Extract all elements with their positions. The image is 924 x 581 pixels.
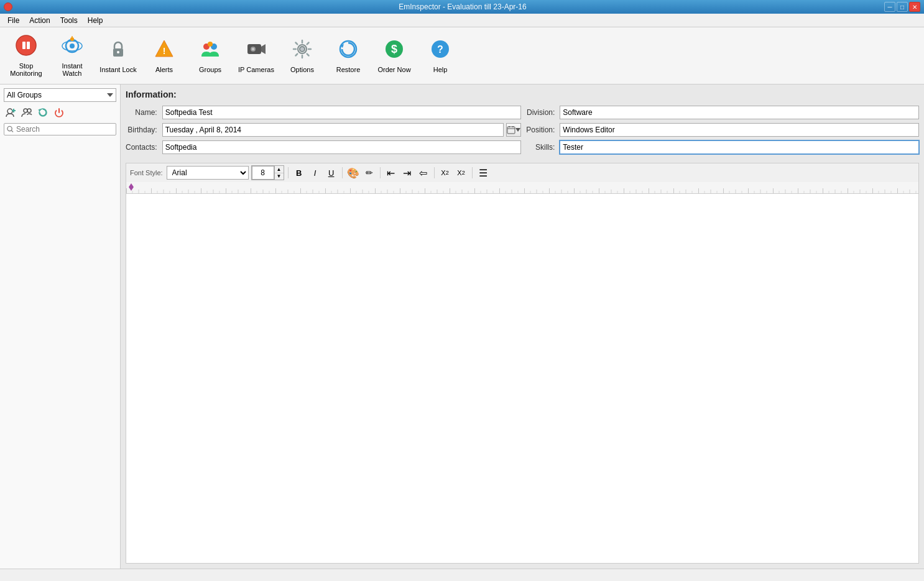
rte-sep-5 <box>472 167 473 178</box>
svg-marker-40 <box>515 128 520 132</box>
groups-icon <box>199 38 221 63</box>
superscript-button[interactable]: X2 <box>438 166 452 180</box>
search-box[interactable] <box>4 123 116 135</box>
menu-action[interactable]: Action <box>24 15 55 26</box>
font-style-label: Font Style: <box>130 169 163 176</box>
menu-file[interactable]: File <box>2 15 24 26</box>
minimize-button[interactable]: ─ <box>884 2 895 12</box>
svg-text:?: ? <box>437 44 443 55</box>
groups-button[interactable]: Groups <box>188 32 233 80</box>
italic-button[interactable]: I <box>308 166 322 180</box>
toolbar: Stop Monitoring Instant Watch Instant Lo… <box>0 27 924 85</box>
group-select[interactable]: All Groups <box>4 88 116 102</box>
calendar-icon <box>507 126 515 134</box>
font-select[interactable]: Arial Times New Roman Courier New Verdan… <box>167 166 249 180</box>
stop-monitoring-button[interactable]: Stop Monitoring <box>4 32 49 80</box>
main-panel: Information: Name: Division: Birthday: T… <box>121 85 924 569</box>
alerts-icon: ! <box>153 38 175 63</box>
svg-rect-2 <box>27 42 30 49</box>
options-icon <box>291 38 313 63</box>
ip-cameras-icon <box>245 38 267 63</box>
font-size-up[interactable]: ▲ <box>275 166 284 173</box>
help-icon: ? <box>429 38 451 63</box>
power-button[interactable] <box>52 106 66 119</box>
close-button[interactable]: ✕ <box>909 2 920 12</box>
rte-sep-1 <box>288 167 289 178</box>
help-button[interactable]: ? Help <box>418 32 463 80</box>
align-left-button[interactable]: ⇤ <box>384 166 398 180</box>
help-label: Help <box>433 66 448 73</box>
list-button[interactable]: ☰ <box>476 166 490 180</box>
refresh-button[interactable] <box>36 106 50 119</box>
skills-input[interactable] <box>560 140 919 154</box>
user-group-button[interactable] <box>20 106 34 119</box>
dropdown-arrow <box>515 128 520 132</box>
sidebar-icon-bar <box>0 104 120 121</box>
birthday-field[interactable]: Tuesday , April 8, 2014 <box>162 123 504 137</box>
menu-tools[interactable]: Tools <box>55 15 83 26</box>
division-input[interactable] <box>560 106 919 119</box>
order-now-icon: $ <box>383 38 405 63</box>
name-label: Name: <box>126 108 157 117</box>
svg-marker-15 <box>261 44 266 54</box>
birthday-value: Tuesday , April 8, 2014 <box>165 126 241 134</box>
search-input[interactable] <box>16 125 113 134</box>
bold-button[interactable]: B <box>292 166 306 180</box>
name-input[interactable] <box>162 106 522 119</box>
svg-point-4 <box>70 43 75 48</box>
ruler <box>126 182 919 193</box>
skills-label: Skills: <box>526 143 555 152</box>
info-section: Information: Name: Division: Birthday: T… <box>126 89 919 160</box>
restore-button[interactable]: Restore <box>326 32 371 80</box>
rte-container: Font Style: Arial Times New Roman Courie… <box>126 163 919 564</box>
color-button[interactable]: 🎨 <box>346 166 360 180</box>
contacts-input[interactable] <box>162 140 522 154</box>
svg-point-31 <box>27 109 31 112</box>
svg-point-0 <box>16 35 36 55</box>
instant-watch-label: Instant Watch <box>52 62 93 77</box>
rte-text-area[interactable] <box>126 193 919 564</box>
svg-point-20 <box>300 47 304 51</box>
birthday-field-row: Tuesday , April 8, 2014 <box>162 123 522 137</box>
font-size-input[interactable] <box>252 166 274 180</box>
font-size-down[interactable]: ▼ <box>275 173 284 180</box>
options-label: Options <box>290 66 314 73</box>
svg-rect-1 <box>22 42 25 49</box>
search-icon <box>7 126 14 133</box>
svg-line-35 <box>11 130 13 132</box>
instant-watch-button[interactable]: Instant Watch <box>50 32 95 80</box>
svg-point-27 <box>7 109 12 114</box>
sidebar-list <box>0 138 120 569</box>
calendar-button[interactable] <box>506 123 521 137</box>
menu-help[interactable]: Help <box>83 15 108 26</box>
underline-button[interactable]: U <box>325 166 338 180</box>
maximize-button[interactable]: □ <box>897 2 908 12</box>
align-center-button[interactable]: ⇥ <box>400 166 414 180</box>
alerts-button[interactable]: ! Alerts <box>142 32 187 80</box>
stop-monitoring-icon <box>15 34 37 60</box>
birthday-label: Birthday: <box>126 126 157 134</box>
options-button[interactable]: Options <box>280 32 325 80</box>
highlight-button[interactable]: ✏ <box>363 166 376 180</box>
sidebar: All Groups <box>0 85 121 569</box>
svg-point-34 <box>7 126 12 130</box>
contacts-label: Contacts: <box>126 143 157 152</box>
add-user-button[interactable] <box>4 106 17 119</box>
restore-icon <box>337 38 359 63</box>
info-title: Information: <box>126 89 919 99</box>
ip-cameras-label: IP Cameras <box>238 66 274 73</box>
position-input[interactable] <box>560 123 919 137</box>
order-now-label: Order Now <box>377 66 410 73</box>
division-label: Division: <box>526 108 555 117</box>
svg-rect-36 <box>507 127 515 134</box>
align-right-button[interactable]: ⇦ <box>417 166 430 180</box>
rte-sep-2 <box>342 167 343 178</box>
subscript-button[interactable]: X2 <box>455 166 468 180</box>
title-bar: EmInspector - Evaluation till 23-Apr-16 … <box>0 0 924 14</box>
svg-point-17 <box>252 48 254 50</box>
groups-label: Groups <box>199 66 221 73</box>
ip-cameras-button[interactable]: IP Cameras <box>234 32 279 80</box>
instant-lock-button[interactable]: Instant Lock <box>96 32 141 80</box>
stop-monitoring-label: Stop Monitoring <box>6 62 47 77</box>
order-now-button[interactable]: $ Order Now <box>372 32 417 80</box>
